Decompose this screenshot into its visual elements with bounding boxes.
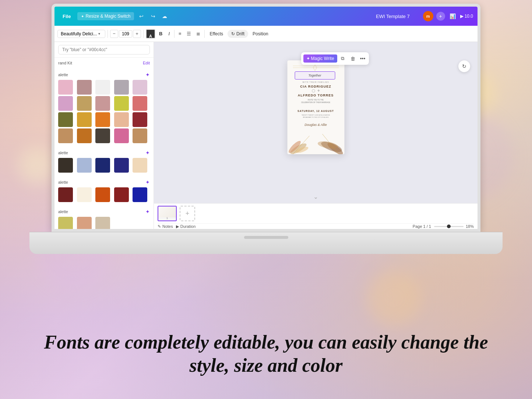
palette-3-star-icon[interactable]: ✦ (145, 179, 150, 185)
refresh-icon: ↻ (462, 63, 466, 69)
edit-brand-kit-button[interactable]: Edit (143, 61, 150, 65)
add-page-button[interactable]: + (180, 206, 195, 221)
color-swatch[interactable] (114, 112, 129, 127)
add-collaborator-button[interactable]: + (436, 12, 445, 21)
color-swatch[interactable] (77, 158, 92, 173)
wedding-card-canvas[interactable]: Together WITH THEIR FAMILIES CIA RODRIGU… (287, 60, 344, 154)
laptop-base (29, 232, 503, 254)
time-display: 10.0 (465, 14, 473, 19)
color-swatch[interactable] (95, 158, 110, 173)
palette-4-header: alette ✦ (58, 209, 150, 215)
color-swatch[interactable] (58, 96, 73, 111)
palette-2-label: alette (58, 151, 68, 155)
floating-toolbar: ✦ Magic Write ⧉ 🗑 ••• (301, 52, 369, 65)
align-justify-button[interactable]: ≣ (194, 30, 202, 38)
color-swatch[interactable] (95, 96, 110, 111)
palette-2-star-icon[interactable]: ✦ (145, 150, 150, 156)
align-center-button[interactable]: ☰ (185, 30, 193, 38)
canvas-scroll-area[interactable]: ✦ Magic Write ⧉ 🗑 ••• (154, 42, 478, 203)
ring-icon: ◯ (312, 89, 315, 92)
color-swatch[interactable] (133, 158, 147, 173)
color-swatch[interactable] (58, 80, 73, 95)
palette-1-grid (58, 80, 150, 143)
color-swatch[interactable] (114, 128, 129, 143)
card-name1: CIA RODRIGUEZ (287, 85, 344, 88)
play-button[interactable]: ▶ 10.0 (460, 14, 473, 19)
decorative-lines-svg (293, 64, 339, 71)
color-swatch[interactable] (77, 112, 92, 127)
font-size-input[interactable]: 109 (119, 30, 132, 38)
color-swatch[interactable] (114, 96, 129, 111)
zoom-slider[interactable] (434, 226, 464, 227)
color-swatch[interactable] (114, 187, 129, 202)
page-thumb-number: 1 (166, 216, 168, 220)
color-swatch[interactable] (77, 217, 92, 229)
duration-button[interactable]: ▶ Duration (176, 224, 196, 229)
toolbar-divider-1 (108, 30, 108, 38)
color-swatch[interactable] (58, 217, 73, 229)
drift-button[interactable]: ↻ Drift (228, 30, 248, 38)
undo-button[interactable]: ↩ (137, 12, 146, 21)
redo-button[interactable]: ↪ (149, 12, 158, 21)
palette-4-star-icon[interactable]: ✦ (145, 209, 150, 215)
increase-font-size-button[interactable]: + (133, 30, 141, 38)
brand-kit-header: rand Kit Edit (58, 61, 150, 65)
page-indicator: Page 1 / 1 (413, 224, 431, 229)
color-swatch[interactable] (95, 80, 110, 95)
palette-1-star-icon[interactable]: ✦ (145, 72, 150, 78)
color-swatch[interactable] (114, 158, 129, 173)
color-swatch[interactable] (77, 80, 92, 95)
notes-button[interactable]: ✎ Notes (158, 224, 173, 229)
color-swatch[interactable] (133, 96, 147, 111)
color-search-input[interactable] (58, 45, 150, 54)
color-swatch[interactable] (77, 187, 92, 202)
color-swatch[interactable] (58, 187, 73, 202)
color-swatch[interactable] (133, 187, 147, 202)
italic-button[interactable]: I (166, 30, 172, 38)
color-swatch[interactable] (77, 96, 92, 111)
delete-button[interactable]: 🗑 (348, 54, 358, 63)
font-selector[interactable]: Beautifully Delici... ▾ (57, 30, 105, 38)
palette-3-section: alette ✦ (54, 176, 154, 206)
align-left-button[interactable]: ≡ (177, 30, 183, 38)
magic-wand-icon: ✦ (306, 56, 310, 61)
play-icon: ▶ (460, 14, 464, 19)
color-swatch[interactable] (58, 158, 73, 173)
user-avatar[interactable]: m (423, 11, 433, 21)
feathers-decoration (287, 121, 344, 154)
color-swatch[interactable] (95, 217, 110, 229)
zoom-slider-thumb (447, 225, 451, 228)
analytics-icon[interactable]: 📊 (448, 12, 457, 21)
page-thumbnail-1[interactable]: 1 (158, 206, 177, 221)
scroll-down-icon[interactable]: ⌄ (313, 193, 318, 200)
magic-write-button[interactable]: ✦ Magic Write (303, 54, 337, 63)
text-color-button[interactable] (146, 29, 155, 39)
bold-button[interactable]: B (157, 30, 165, 38)
color-swatch[interactable] (95, 112, 110, 127)
palette-3-grid (58, 187, 150, 202)
color-swatch[interactable] (114, 80, 129, 95)
position-button[interactable]: Position (250, 30, 271, 38)
resize-magic-switch-button[interactable]: Resize & Magic Switch (77, 12, 134, 20)
selected-text-box[interactable]: Together (295, 71, 335, 80)
bottom-caption: Fonts are completely editable, you can e… (0, 331, 532, 377)
color-swatch[interactable] (133, 112, 147, 127)
refresh-button[interactable]: ↻ (458, 60, 470, 72)
palette-4-grid (58, 217, 150, 229)
effects-button[interactable]: Effects (207, 30, 226, 38)
color-swatch[interactable] (133, 80, 147, 95)
color-swatch[interactable] (133, 128, 147, 143)
color-swatch[interactable] (77, 128, 92, 143)
copy-button[interactable]: ⧉ (338, 54, 348, 63)
cloud-save-icon[interactable]: ☁ (161, 12, 169, 21)
color-swatch[interactable] (58, 128, 73, 143)
color-swatch[interactable] (58, 112, 73, 127)
more-options-button[interactable]: ••• (359, 55, 367, 62)
file-menu-button[interactable]: File (59, 12, 74, 21)
color-swatch[interactable] (95, 187, 110, 202)
zoom-percent-label: 18% (466, 224, 474, 229)
drift-icon: ↻ (231, 31, 235, 36)
decrease-font-size-button[interactable]: − (110, 30, 118, 38)
color-swatch[interactable] (95, 128, 110, 143)
brand-kit-section: rand Kit Edit (54, 58, 154, 69)
